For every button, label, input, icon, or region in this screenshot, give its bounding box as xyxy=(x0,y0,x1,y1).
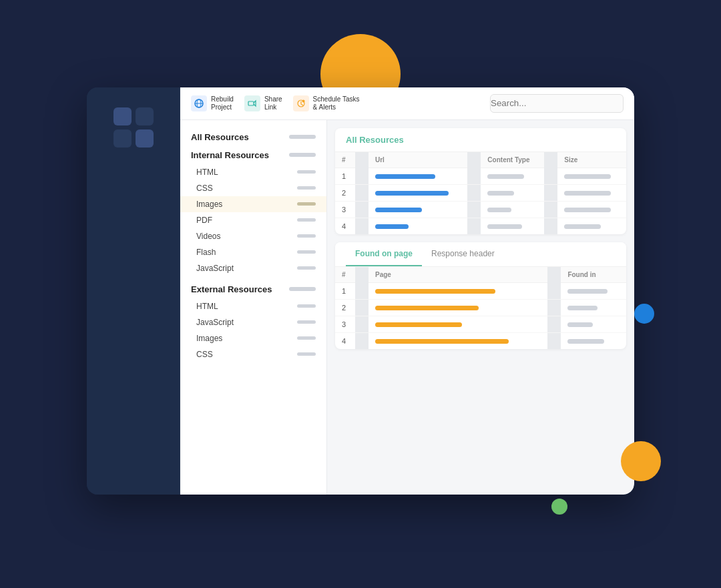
col-num-header: # xyxy=(335,152,355,168)
nav-item-flash-int[interactable]: Flash xyxy=(180,244,326,260)
share-icon xyxy=(244,95,260,111)
col-divider xyxy=(355,299,369,316)
table-row: 3 xyxy=(335,316,626,332)
toolbar: Rebuild Project Share Link xyxy=(180,87,634,120)
blob-blue-right xyxy=(634,304,654,324)
toolbar-rebuild[interactable]: Rebuild Project xyxy=(191,95,234,111)
col-divider xyxy=(355,316,369,332)
row-num: 1 xyxy=(335,168,355,184)
bottom-col-found-in-header: Found in xyxy=(561,267,626,283)
nav-internal-resources[interactable]: Internal Resources xyxy=(180,146,326,164)
all-resources-badge xyxy=(289,135,316,139)
share-label: Share Link xyxy=(264,95,282,111)
col-divider xyxy=(355,184,369,201)
col-divider xyxy=(544,218,557,234)
col-divider xyxy=(544,201,557,218)
js-ext-badge xyxy=(297,320,316,324)
nav-item-css-int[interactable]: CSS xyxy=(180,180,326,196)
nav-item-css-ext[interactable]: CSS xyxy=(180,346,326,362)
toolbar-search-input[interactable] xyxy=(490,94,624,113)
nav-item-html-int[interactable]: HTML xyxy=(180,164,326,180)
css-int-badge xyxy=(297,186,316,190)
row-num: 1 xyxy=(335,282,355,299)
nav-item-images-int[interactable]: Images xyxy=(180,196,326,212)
row-size xyxy=(557,201,626,218)
toolbar-share[interactable]: Share Link xyxy=(244,95,282,111)
right-panel: All Resources # Url Content Type xyxy=(327,120,634,495)
main-window: Rebuild Project Share Link xyxy=(87,87,634,495)
top-table-card: All Resources # Url Content Type xyxy=(335,128,626,234)
nav-item-pdf-int[interactable]: PDF xyxy=(180,212,326,228)
table-row: 2 xyxy=(335,299,626,316)
tab-found-on-page[interactable]: Found on page xyxy=(346,242,422,266)
col-divider xyxy=(547,316,561,332)
table-row: 3 xyxy=(335,201,626,218)
tabs-row: Found on page Response header xyxy=(335,242,626,267)
nav-external-resources[interactable]: External Resources xyxy=(180,280,326,298)
row-url xyxy=(369,201,467,218)
row-size xyxy=(557,218,626,234)
svg-rect-3 xyxy=(248,101,254,105)
row-content-type xyxy=(481,168,544,184)
css-ext-badge xyxy=(297,352,316,356)
tab-response-header[interactable]: Response header xyxy=(422,242,504,266)
schedule-icon xyxy=(293,95,309,111)
table-row: 1 xyxy=(335,168,626,184)
bottom-col-divider-2 xyxy=(547,267,561,283)
flash-int-badge xyxy=(297,250,316,254)
nav-item-html-ext[interactable]: HTML xyxy=(180,298,326,314)
row-content-type xyxy=(481,184,544,201)
col-divider xyxy=(355,218,369,234)
row-page xyxy=(369,282,547,299)
bottom-table: # Page Found in 1 2 xyxy=(335,267,626,349)
top-table: # Url Content Type Size xyxy=(335,152,626,234)
row-page xyxy=(369,299,547,316)
col-divider xyxy=(547,332,561,349)
logo-tile-2 xyxy=(136,107,154,125)
html-int-badge xyxy=(297,170,316,174)
col-divider xyxy=(355,168,369,184)
col-divider-1 xyxy=(355,152,369,168)
col-divider xyxy=(544,168,557,184)
schedule-label: Schedule Tasks & Alerts xyxy=(313,95,360,111)
col-divider xyxy=(467,184,481,201)
col-divider xyxy=(355,201,369,218)
content-area: Rebuild Project Share Link xyxy=(180,87,634,495)
nav-item-images-ext[interactable]: Images xyxy=(180,330,326,346)
row-num: 2 xyxy=(335,184,355,201)
col-divider xyxy=(355,332,369,349)
blob-green-bottom xyxy=(551,499,567,515)
col-url-header: Url xyxy=(369,152,467,168)
col-divider xyxy=(467,201,481,218)
row-found-in xyxy=(561,299,626,316)
blob-orange-right xyxy=(621,441,661,481)
images-int-badge xyxy=(297,202,316,206)
row-num: 3 xyxy=(335,201,355,218)
row-num: 2 xyxy=(335,299,355,316)
row-num: 3 xyxy=(335,316,355,332)
internal-resources-badge xyxy=(289,153,316,157)
logo-tile-4 xyxy=(136,129,154,148)
nav-item-videos-int[interactable]: Videos xyxy=(180,228,326,244)
table-row: 4 xyxy=(335,332,626,349)
col-divider xyxy=(544,184,557,201)
nav-item-js-ext[interactable]: JavaScript xyxy=(180,314,326,330)
bottom-table-card: Found on page Response header # Page xyxy=(335,242,626,349)
row-content-type xyxy=(481,218,544,234)
bottom-col-divider-1 xyxy=(355,267,369,283)
logo-tile-3 xyxy=(113,129,132,148)
outer-container: Rebuild Project Share Link xyxy=(73,54,648,535)
row-found-in xyxy=(561,282,626,299)
row-content-type xyxy=(481,201,544,218)
toolbar-schedule[interactable]: Schedule Tasks & Alerts xyxy=(293,95,360,111)
table-row: 4 xyxy=(335,218,626,234)
nav-all-resources[interactable]: All Resources xyxy=(180,128,326,146)
col-divider xyxy=(547,299,561,316)
left-nav: All Resources Internal Resources HTML CS… xyxy=(180,120,327,495)
body-area: All Resources Internal Resources HTML CS… xyxy=(180,120,634,495)
images-ext-badge xyxy=(297,336,316,340)
row-found-in xyxy=(561,316,626,332)
nav-item-js-int[interactable]: JavaScript xyxy=(180,260,326,276)
table-row: 1 xyxy=(335,282,626,299)
html-ext-badge xyxy=(297,304,316,308)
